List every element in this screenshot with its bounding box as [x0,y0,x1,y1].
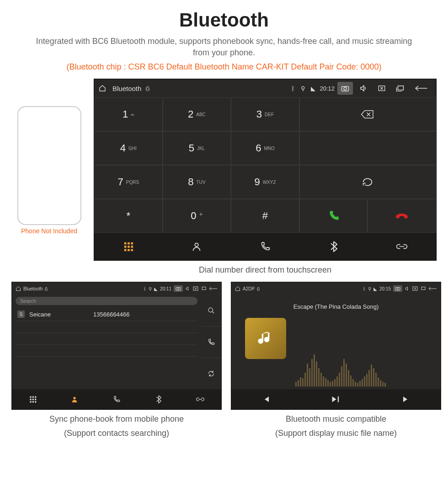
nav-bluetooth[interactable] [299,233,368,260]
key-3[interactable]: 3DEF [231,97,299,131]
svg-rect-12 [131,249,133,252]
wifi-icon: ◣ [154,286,158,291]
svg-rect-27 [35,401,36,402]
search-input[interactable]: Search [16,297,197,305]
hangup-button[interactable] [368,199,436,233]
svg-rect-7 [124,246,127,248]
app-title: Bluetooth [23,286,43,291]
home-icon[interactable] [16,286,21,291]
key-5[interactable]: 5JKL [163,131,231,165]
music-caption-2: (Support display music file name) [231,429,441,443]
nav-bluetooth[interactable] [138,389,180,409]
volume-button[interactable] [356,82,371,95]
side-search-button[interactable] [201,295,221,327]
key-hash[interactable]: # [231,199,299,233]
wifi-icon: ◣ [309,85,317,92]
key-9[interactable]: 9WXYZ [231,165,299,199]
camera-button[interactable] [337,82,353,95]
key-2[interactable]: 2ABC [163,97,231,131]
page-title: Bluetooth [0,0,448,36]
play-pause-button[interactable] [301,389,371,409]
svg-point-15 [177,288,179,290]
svg-rect-6 [131,242,133,245]
song-title: Escape (The Pina Colada Song) [231,303,441,310]
nav-dialpad[interactable] [12,389,54,409]
dialer-screen: Bluetooth ⎙ ᛒ ⚲ ◣ 20:12 1∞ 2ABC 3DEF 4GH… [94,79,437,261]
recents-button[interactable] [420,286,426,291]
contact-badge: S [17,311,25,318]
svg-rect-19 [30,397,31,398]
svg-rect-24 [35,399,36,400]
key-0[interactable]: 0+ [163,199,231,233]
contacts-status-bar: Bluetooth ⎙ ᛒ ⚲ ◣ 20:11 [12,282,221,295]
key-star[interactable]: * [94,199,163,233]
svg-point-1 [344,87,347,90]
svg-rect-10 [124,249,127,252]
call-button[interactable] [299,199,368,233]
phone-caption: Phone Not Included [11,227,87,235]
volume-button[interactable] [405,286,410,291]
svg-rect-5 [128,242,130,245]
volume-button[interactable] [185,286,191,291]
contacts-caption-2: (Support contacts searching) [11,429,222,443]
camera-button[interactable] [174,285,183,292]
back-button[interactable] [428,286,437,291]
prev-button[interactable] [231,389,301,409]
close-button[interactable] [374,82,389,95]
dialer-caption: Dial number direct from touchscreen [94,261,437,279]
key-6[interactable]: 6MNO [231,131,299,165]
nav-recent-calls[interactable] [96,389,138,409]
album-art [245,318,286,359]
nav-pair[interactable] [368,233,436,260]
location-icon: ⚲ [368,286,371,291]
location-icon: ⚲ [149,286,152,291]
close-button[interactable] [193,286,198,291]
contacts-caption-1: Sync phone-book from mobile phone [11,410,222,429]
clock: 20:12 [320,85,335,92]
next-button[interactable] [371,389,441,409]
svg-rect-17 [202,287,206,290]
contact-number: 13566664466 [93,311,130,318]
close-button[interactable] [412,286,418,291]
back-button[interactable] [411,82,432,95]
svg-rect-25 [30,401,31,402]
svg-rect-32 [421,287,425,290]
home-icon[interactable] [235,286,240,291]
svg-rect-23 [32,399,33,400]
svg-rect-9 [131,246,133,248]
key-7[interactable]: 7PQRS [94,165,163,199]
phone-illustration: Phone Not Included [11,79,87,235]
contact-row[interactable]: S Seicane 13566664466 [16,308,197,321]
side-call-button[interactable] [201,327,221,358]
dialpad: 1∞ 2ABC 3DEF 4GHI 5JKL 6MNO 7PQRS 8TUV 9… [94,97,436,233]
usb-icon: ⎙ [144,85,151,92]
recents-button[interactable] [201,286,206,291]
svg-point-30 [397,288,399,290]
key-4[interactable]: 4GHI [94,131,163,165]
nav-recent-calls[interactable] [231,233,299,260]
nav-pair[interactable] [179,389,221,409]
home-icon[interactable] [99,85,106,92]
recents-button[interactable] [392,82,408,95]
contacts-bottom-nav [12,389,221,409]
key-8[interactable]: 8TUV [163,165,231,199]
key-1[interactable]: 1∞ [94,97,163,131]
bottom-nav [94,233,436,260]
svg-rect-22 [30,399,31,400]
music-screen: A2DP ⎙ ᛒ ⚲ ◣ 20:15 Escape (The Pina Cola… [231,282,441,410]
nav-contacts[interactable] [163,233,231,260]
nav-dialpad[interactable] [94,233,163,260]
bluetooth-status-icon: ᛒ [289,85,297,92]
nav-contacts[interactable] [54,389,96,409]
svg-rect-11 [128,249,130,252]
backspace-button[interactable] [299,97,436,131]
usb-icon: ⎙ [257,286,260,291]
back-button[interactable] [208,286,218,291]
side-sync-button[interactable] [201,358,221,389]
music-controls [231,389,441,409]
svg-rect-20 [32,397,33,398]
camera-button[interactable] [393,285,402,292]
redial-button[interactable] [299,165,436,199]
clock: 20:11 [160,286,171,291]
bluetooth-specs: (Bluetooth chip : CSR BC6 Default Blueto… [0,59,448,79]
